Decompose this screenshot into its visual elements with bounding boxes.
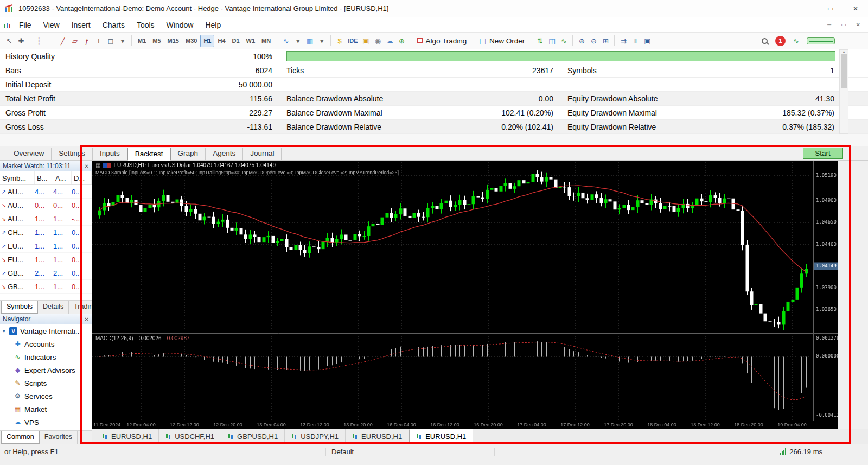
- profile-selector[interactable]: Default: [326, 448, 494, 456]
- market-watch-row[interactable]: ↗AU...4...4...0...: [0, 185, 92, 199]
- menu-item-view[interactable]: View: [37, 18, 66, 31]
- price-chart-canvas[interactable]: [92, 161, 838, 429]
- depth-of-market-icon[interactable]: ∿: [558, 35, 570, 47]
- channel-icon[interactable]: ▱: [69, 35, 81, 47]
- chart-type-dropdown-icon[interactable]: ▾: [292, 35, 304, 47]
- menu-item-file[interactable]: File: [13, 18, 37, 31]
- line-chart-icon[interactable]: ∿: [280, 35, 292, 47]
- market-watch-row[interactable]: ↗GB...2...2...0...: [0, 266, 92, 280]
- snapshot-icon[interactable]: ▣: [641, 35, 653, 47]
- crosshair-icon[interactable]: ✚: [15, 35, 27, 47]
- pause-icon[interactable]: ‖: [629, 35, 641, 47]
- ide-button[interactable]: IDE: [346, 35, 360, 47]
- timeframe-m5-button[interactable]: M5: [149, 35, 164, 47]
- tile-windows-icon[interactable]: ◫: [546, 35, 558, 47]
- zoom-in-icon[interactable]: ⊕: [576, 35, 588, 47]
- text-icon[interactable]: T: [93, 35, 105, 47]
- tester-tab-backtest[interactable]: Backtest: [127, 148, 171, 161]
- navigator-item-scripts[interactable]: ✎Scripts: [0, 377, 92, 390]
- search-icon[interactable]: [762, 38, 768, 44]
- chart-tab-eurusd-h1-5[interactable]: EURUSD,H1: [409, 429, 473, 444]
- new-order-button[interactable]: ▤New Order: [476, 36, 528, 45]
- mdi-restore-icon[interactable]: ▭: [841, 22, 846, 28]
- tester-tab-settings[interactable]: Settings: [52, 148, 93, 160]
- market-watch-row[interactable]: ↘GB...1...1...0...: [0, 280, 92, 294]
- navigator-tab-favorites[interactable]: Favorites: [40, 431, 78, 444]
- tester-tab-inputs[interactable]: Inputs: [93, 148, 127, 160]
- chart-menu-icon[interactable]: ▦: [95, 162, 100, 168]
- scrollbar-thumb[interactable]: [841, 54, 847, 88]
- market-watch-column-header[interactable]: A...: [53, 171, 72, 184]
- navigator-item-accounts[interactable]: ✚Accounts: [0, 337, 92, 351]
- fibonacci-icon[interactable]: ƒ: [81, 35, 93, 47]
- shapes-icon[interactable]: ◻: [105, 35, 117, 47]
- dollar-icon[interactable]: $: [334, 35, 346, 47]
- start-button[interactable]: Start: [803, 148, 843, 159]
- chart-tab-eurusd-h1-4[interactable]: EURUSD,H1: [346, 429, 409, 444]
- sort-icon[interactable]: ⇅: [534, 35, 546, 47]
- market-watch-row[interactable]: ↘EU...1...1...0...: [0, 253, 92, 266]
- chart-tab-usdchf-h1-1[interactable]: USDCHF,H1: [159, 429, 221, 444]
- navigator-root-item[interactable]: ▾VVantage Internati...: [0, 324, 92, 337]
- indicators-list-icon[interactable]: ▦: [304, 35, 316, 47]
- notification-badge[interactable]: 1: [775, 36, 786, 46]
- navigator-item-indicators[interactable]: ∿Indicators: [0, 351, 92, 364]
- menu-item-charts[interactable]: Charts: [97, 18, 131, 31]
- vertical-line-icon[interactable]: ┆: [33, 35, 45, 47]
- timeframe-d1-button[interactable]: D1: [229, 35, 243, 47]
- menu-item-help[interactable]: Help: [199, 18, 227, 31]
- navigator-close-icon[interactable]: ✕: [85, 316, 89, 322]
- minimize-icon[interactable]: ─: [793, 0, 818, 17]
- timeframe-m30-button[interactable]: M30: [182, 35, 200, 47]
- step-forward-icon[interactable]: ⇉: [617, 35, 629, 47]
- chart-tab-gbpusd-h1-2[interactable]: GBPUSD,H1: [221, 429, 285, 444]
- timeframe-m1-button[interactable]: M1: [135, 35, 149, 47]
- market-watch-row[interactable]: ↗EU...1...1...0...: [0, 239, 92, 253]
- record-icon[interactable]: ◉: [372, 35, 384, 47]
- navigator-item-services[interactable]: ⚙Services: [0, 390, 92, 403]
- timeframe-mn-button[interactable]: MN: [258, 35, 274, 47]
- market-watch-row[interactable]: ↘AU...1...1...-...: [0, 212, 92, 226]
- community-icon[interactable]: ⊕: [396, 35, 408, 47]
- objects-dropdown-icon[interactable]: ▾: [117, 35, 129, 47]
- expand-arrow-icon[interactable]: ▾: [3, 328, 9, 334]
- market-watch-row[interactable]: ↗CH...1...1...0...: [0, 226, 92, 239]
- menu-item-window[interactable]: Window: [161, 18, 200, 31]
- navigator-item-market[interactable]: ▦Market: [0, 403, 92, 416]
- tester-tab-agents[interactable]: Agents: [206, 148, 243, 160]
- cloud-icon[interactable]: ☁: [384, 35, 396, 47]
- tester-tab-graph[interactable]: Graph: [171, 148, 206, 160]
- market-watch-column-header[interactable]: B...: [35, 171, 53, 184]
- algo-trading-button[interactable]: Algo Trading: [414, 37, 470, 45]
- menu-item-tools[interactable]: Tools: [131, 18, 161, 31]
- timeframe-m15-button[interactable]: M15: [164, 35, 182, 47]
- navigator-item-expert-advisors[interactable]: ◆Expert Advisors: [0, 364, 92, 377]
- connection-section[interactable]: 266.19 ms: [780, 448, 822, 456]
- trendline-icon[interactable]: ╱: [57, 35, 69, 47]
- mdi-close-icon[interactable]: ✕: [856, 22, 860, 28]
- mdi-minimize-icon[interactable]: ─: [827, 22, 831, 28]
- menu-item-insert[interactable]: Insert: [66, 18, 97, 31]
- timeframe-h4-button[interactable]: H4: [214, 35, 228, 47]
- grid-icon[interactable]: ⊞: [599, 35, 611, 47]
- market-watch-tab-symbols[interactable]: Symbols: [1, 300, 38, 314]
- mql5-connection-widget[interactable]: [807, 37, 835, 44]
- chart-tab-eurusd-h1-0[interactable]: EURUSD,H1: [95, 429, 159, 444]
- zoom-out-icon[interactable]: ⊖: [588, 35, 599, 47]
- wallet-icon[interactable]: ▣: [360, 35, 372, 47]
- horizontal-line-icon[interactable]: ╌: [45, 35, 57, 47]
- navigator-tab-common[interactable]: Common: [1, 430, 40, 444]
- navigator-item-vps[interactable]: ☁VPS: [0, 416, 92, 428]
- stats-scrollbar[interactable]: ▲: [839, 49, 848, 134]
- pointer-icon[interactable]: ↖: [3, 35, 15, 47]
- tester-tab-overview[interactable]: Overview: [7, 148, 52, 160]
- market-watch-column-header[interactable]: Symb...: [0, 171, 35, 184]
- tester-tab-journal[interactable]: Journal: [243, 148, 282, 160]
- market-watch-tab-trading[interactable]: Trading: [69, 301, 92, 314]
- maximize-icon[interactable]: ▭: [818, 0, 843, 17]
- chart-tab-usdjpy-h1-3[interactable]: USDJPY,H1: [285, 429, 346, 444]
- timeframe-w1-button[interactable]: W1: [243, 35, 259, 47]
- close-icon[interactable]: ✕: [843, 0, 868, 17]
- market-watch-row[interactable]: ↘AU...0...0...0...: [0, 199, 92, 212]
- indicators-dropdown-icon[interactable]: ▾: [316, 35, 328, 47]
